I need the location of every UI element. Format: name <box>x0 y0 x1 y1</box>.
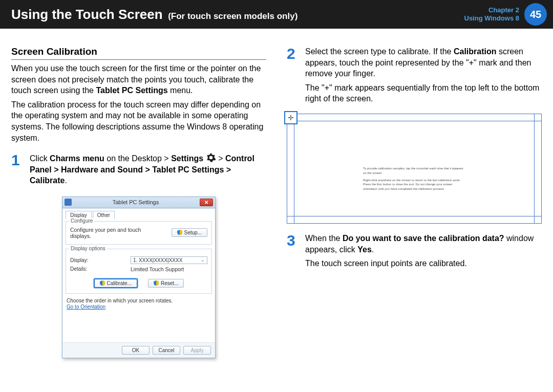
calibration-instruction-text: To provide calibration samples, tap the … <box>363 166 465 191</box>
header-right: Chapter 2 Using Windows 8 45 <box>464 0 554 29</box>
calibration-crosshair-icon: ✛ <box>284 111 297 124</box>
display-options-fieldset: Display options Display: 1. XXXX|XXXX|XX… <box>66 249 212 294</box>
step-2: 2 Select the screen type to calibrate. I… <box>287 46 542 107</box>
shield-icon <box>154 280 159 286</box>
section-heading: Screen Calibration <box>11 46 266 60</box>
ok-button[interactable]: OK <box>122 346 150 355</box>
apply-button[interactable]: Apply <box>183 346 211 355</box>
details-value: Limited Touch Support <box>131 266 207 272</box>
step-number: 3 <box>287 233 305 272</box>
left-column: Screen Calibration When you use the touc… <box>11 46 266 358</box>
display-label: Display: <box>70 257 103 263</box>
tablet-pc-settings-dialog: Tablet PC Settings ✕ Display Other Confi… <box>62 197 216 358</box>
calibration-screen-illustration: ✛ To provide calibration samples, tap th… <box>287 114 542 224</box>
chapter-label: Chapter 2 Using Windows 8 <box>464 6 525 23</box>
page-header: Using the Touch Screen (For touch screen… <box>0 0 553 29</box>
setup-button[interactable]: Setup... <box>172 228 207 237</box>
chevron-down-icon: ⌄ <box>201 257 205 263</box>
rotate-text: Choose the order in which your screen ro… <box>67 298 211 303</box>
cancel-button[interactable]: Cancel <box>153 346 180 355</box>
shield-icon <box>177 230 182 235</box>
dialog-titlebar: Tablet PC Settings ✕ <box>62 197 215 208</box>
dialog-app-icon <box>65 199 72 206</box>
orientation-link[interactable]: Go to Orientation <box>67 304 105 310</box>
reset-button[interactable]: Reset... <box>148 279 184 288</box>
dialog-title: Tablet PC Settings <box>72 199 200 205</box>
configure-text: Configure your pen and touch displays. <box>70 227 147 239</box>
step-number: 1 <box>11 153 30 189</box>
display-select[interactable]: 1. XXXX|XXXX|XXXX ⌄ <box>131 256 207 264</box>
shield-icon <box>100 280 105 286</box>
tab-other[interactable]: Other <box>93 211 115 219</box>
configure-fieldset: Configure Configure your pen and touch d… <box>66 221 212 245</box>
intro-paragraph-2: The calibration process for the touch sc… <box>11 99 266 143</box>
intro-paragraph-1: When you use the touch screen for the fi… <box>11 63 266 96</box>
step-3: 3 When the Do you want to save the calib… <box>287 233 542 272</box>
close-icon[interactable]: ✕ <box>200 199 213 206</box>
details-label: Details: <box>70 266 103 272</box>
step-number: 2 <box>287 46 305 107</box>
calibrate-button[interactable]: Calibrate... <box>94 278 138 288</box>
page-number-badge: 45 <box>524 3 547 26</box>
page-title: Using the Touch Screen (For touch screen… <box>11 7 297 23</box>
gear-icon <box>206 153 216 163</box>
step-1: 1 Click Charms menu on the Desktop > Set… <box>11 153 266 189</box>
right-column: 2 Select the screen type to calibrate. I… <box>287 46 542 358</box>
